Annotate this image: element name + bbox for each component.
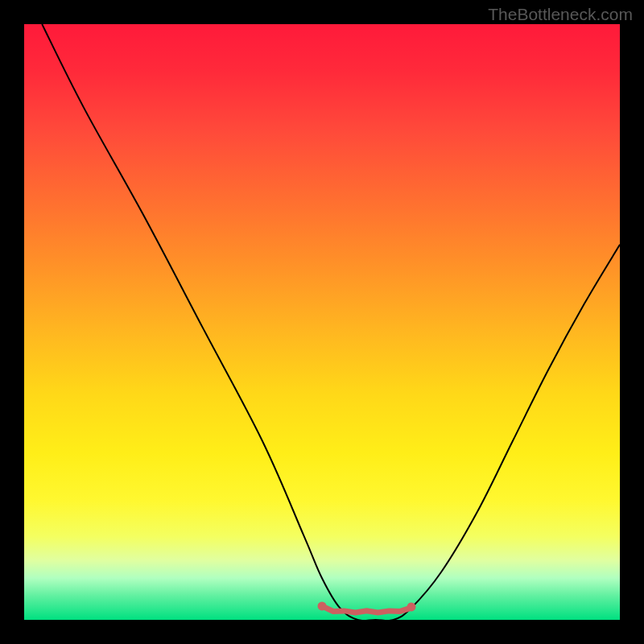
chart-curve (42, 24, 620, 620)
chart-plot-area (24, 24, 620, 620)
chart-highlight-segment (322, 606, 411, 613)
watermark-text: TheBottleneck.com (488, 5, 633, 24)
chart-highlight-dot-right (407, 602, 416, 611)
chart-highlight-dot-left (318, 601, 327, 610)
chart-svg (24, 24, 620, 620)
